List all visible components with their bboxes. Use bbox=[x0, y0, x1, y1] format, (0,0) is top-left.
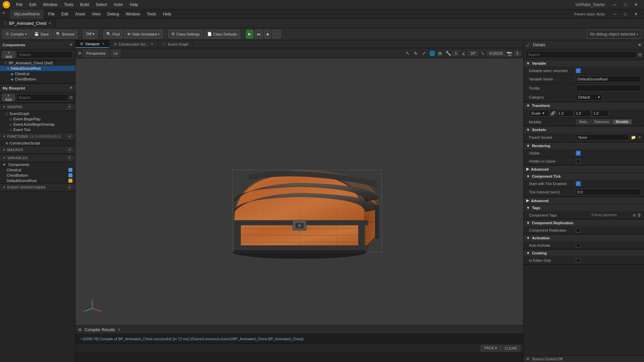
chest-lid-item[interactable]: ◆ ChestLid bbox=[0, 71, 75, 76]
socket-clear-icon[interactable]: ✕ bbox=[638, 135, 641, 140]
viewport-tab-close[interactable]: ✕ bbox=[102, 42, 104, 46]
event-graph-item[interactable]: ⬡ EventGraph bbox=[0, 111, 75, 116]
compile-button[interactable]: ⚙ Compile ▾ bbox=[3, 30, 30, 39]
advanced2-header[interactable]: ▶ Advanced bbox=[524, 197, 644, 204]
variable-section-header[interactable]: ▼ Variable bbox=[524, 60, 644, 67]
browse-button[interactable]: 🔍 Browse bbox=[53, 30, 77, 39]
play-step-button[interactable]: ⏭ bbox=[255, 30, 263, 39]
bp-close[interactable]: ✕ bbox=[631, 9, 641, 19]
component-tick-header[interactable]: ▼ Component Tick bbox=[524, 173, 644, 180]
menu-edit[interactable]: Edit bbox=[26, 2, 39, 8]
menu2-view[interactable]: View bbox=[89, 11, 103, 17]
functions-add-button[interactable]: + bbox=[67, 134, 72, 139]
menu-select[interactable]: Select bbox=[93, 2, 109, 8]
clear-button[interactable]: CLEAR bbox=[501, 345, 521, 352]
scale-icon[interactable]: ⤢ bbox=[420, 50, 428, 57]
grid-icon[interactable]: ⊞ bbox=[436, 50, 444, 57]
static-button[interactable]: Static bbox=[576, 119, 590, 124]
components-search-input[interactable] bbox=[17, 51, 73, 58]
menu-icon[interactable]: ≡ bbox=[78, 50, 81, 56]
stop-button[interactable]: ■ bbox=[264, 30, 271, 39]
activation-header[interactable]: ▼ Activation bbox=[524, 235, 644, 241]
editable-checkbox[interactable] bbox=[576, 68, 581, 73]
page-button[interactable]: PAGE ▾ bbox=[481, 345, 501, 352]
parent-socket-dropdown[interactable]: None bbox=[576, 134, 629, 141]
construction-tab-close[interactable]: ✕ bbox=[151, 42, 153, 46]
menu2-asset[interactable]: Asset bbox=[72, 11, 88, 17]
tick-interval-input[interactable] bbox=[576, 189, 641, 195]
source-control-label[interactable]: Source Control Off bbox=[532, 357, 562, 361]
variables-add-button[interactable]: + bbox=[67, 155, 72, 161]
components-add-button[interactable]: + Add bbox=[2, 51, 15, 58]
save-button[interactable]: 💾 Save bbox=[31, 30, 52, 39]
menu2-file[interactable]: File bbox=[46, 11, 57, 17]
settings-cog-icon[interactable]: ⚙ bbox=[69, 95, 73, 100]
scale-x-input[interactable] bbox=[557, 110, 574, 117]
menu-file[interactable]: File bbox=[13, 2, 25, 8]
graphs-add-button[interactable]: + bbox=[67, 104, 72, 110]
visible-checkbox[interactable] bbox=[576, 151, 581, 156]
comp-replicates-checkbox[interactable] bbox=[576, 228, 581, 233]
hide-unrelated-button[interactable]: 👁 Hide Unrelated ▾ bbox=[124, 30, 163, 39]
scale-y-input[interactable] bbox=[574, 110, 591, 117]
menu2-help[interactable]: Help bbox=[160, 11, 174, 17]
viewport-scene[interactable]: X Y Z bbox=[75, 58, 523, 325]
bp-self-item[interactable]: ⬡ BP_Animated_Chest (Self) bbox=[0, 60, 75, 66]
transform-section-header[interactable]: ▼ Transform bbox=[524, 102, 644, 109]
settings-button[interactable]: ⋯ bbox=[272, 30, 281, 39]
minimize-button[interactable]: ─ bbox=[609, 0, 620, 9]
translate-icon[interactable]: ↖ bbox=[404, 50, 412, 57]
snap-icon[interactable]: 🔧 bbox=[444, 50, 452, 57]
close-button[interactable]: ✕ bbox=[631, 0, 641, 9]
menu-window[interactable]: Window bbox=[40, 2, 60, 8]
menu2-tools[interactable]: Tools bbox=[144, 11, 159, 17]
rotate-icon[interactable]: ↻ bbox=[412, 50, 420, 57]
construction-script-item[interactable]: ⚙ ConstructionScript bbox=[0, 140, 75, 146]
maximize-button[interactable]: □ bbox=[620, 0, 631, 9]
tag-delete-icon[interactable]: 🗑 bbox=[637, 213, 641, 218]
movable-button[interactable]: Movable bbox=[613, 119, 632, 124]
scale-dropdown[interactable]: Scale ▼ bbox=[529, 110, 549, 117]
components-group-item[interactable]: ▼ Components bbox=[0, 162, 75, 167]
my-blueprint-close[interactable]: ✕ bbox=[69, 86, 72, 90]
chest-bottom-item[interactable]: ◆ ChestBottom bbox=[0, 76, 75, 82]
hide-dropdown[interactable]: ▾ bbox=[158, 33, 160, 36]
macros-add-button[interactable]: + bbox=[67, 147, 72, 153]
menu2-debug[interactable]: Debug bbox=[105, 11, 122, 17]
cooking-header[interactable]: ▼ Cooking bbox=[524, 250, 644, 256]
var-chest-bottom[interactable]: ChestBottom bbox=[0, 173, 75, 178]
compile-dropdown[interactable]: ▾ bbox=[25, 33, 27, 36]
comp-replication-header[interactable]: ▼ Component Replication bbox=[524, 220, 644, 226]
play-button[interactable]: ▶ bbox=[246, 30, 253, 39]
var-default-scene-root[interactable]: DefaultSceneRoot bbox=[0, 178, 75, 183]
advanced-section-header[interactable]: ▶ Advanced bbox=[524, 166, 644, 173]
details-grid-icon[interactable]: ⊞ bbox=[638, 52, 642, 57]
event-tick-item[interactable]: ◇ Event Tick bbox=[0, 127, 75, 132]
menu-help[interactable]: Help bbox=[127, 2, 141, 8]
my-blueprint-search-input[interactable] bbox=[16, 94, 68, 101]
lock-icon[interactable]: 🔗 bbox=[550, 111, 555, 116]
socket-browse-icon[interactable]: 📁 bbox=[631, 135, 636, 140]
my-blueprint-add-button[interactable]: + Add bbox=[2, 94, 15, 101]
find-button[interactable]: 🔍 Find bbox=[103, 30, 122, 39]
compiler-close[interactable]: ✕ bbox=[118, 328, 120, 331]
class-defaults-button[interactable]: 📄 Class Defaults bbox=[204, 30, 240, 39]
editor-only-checkbox[interactable] bbox=[576, 258, 581, 263]
components-close[interactable]: ✕ bbox=[69, 43, 72, 47]
default-scene-root-item[interactable]: ✦ DefaultSceneRoot bbox=[0, 66, 75, 71]
category-dropdown[interactable]: Default ▼ bbox=[576, 94, 603, 101]
stationary-button[interactable]: Stationary bbox=[591, 119, 612, 124]
details-close[interactable]: ✕ bbox=[638, 43, 641, 47]
tab-viewport[interactable]: ⊞ Viewport ✕ bbox=[75, 40, 109, 48]
rendering-section-header[interactable]: ▼ Rendering bbox=[524, 142, 644, 149]
sockets-section-header[interactable]: ▼ Sockets bbox=[524, 126, 644, 133]
world-icon[interactable]: 🌐 bbox=[428, 50, 436, 57]
menu-build[interactable]: Build bbox=[77, 2, 92, 8]
tab-construction[interactable]: ⚙ Construction Scr... ✕ bbox=[109, 40, 159, 48]
details-search-input[interactable] bbox=[526, 51, 637, 58]
scale-snap-icon[interactable]: ⤡ bbox=[479, 50, 486, 57]
var-name-input[interactable] bbox=[576, 76, 641, 82]
menu2-window[interactable]: Window bbox=[123, 11, 143, 17]
diff-button[interactable]: Diff ▾ bbox=[83, 30, 98, 39]
tag-add-icon[interactable]: ⊕ bbox=[633, 213, 636, 218]
